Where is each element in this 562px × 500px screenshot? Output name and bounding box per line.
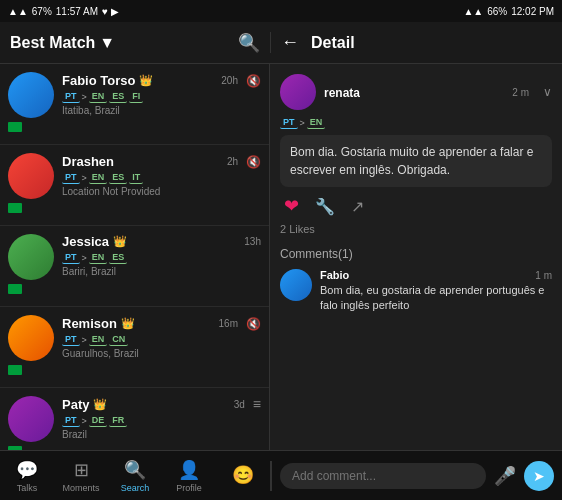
bottom-bar: 💬 Talks ⊞ Moments 🔍 Search 👤 Profile 😊 🎤… bbox=[0, 450, 562, 500]
item-time: 2h bbox=[227, 156, 238, 167]
message-block: renata 2 m ∨ PT > EN Bom dia. Gostaria m… bbox=[280, 74, 552, 235]
native-lang: PT bbox=[62, 90, 80, 103]
comment-time: 1 m bbox=[535, 270, 552, 281]
comment-input-area: 🎤 ➤ bbox=[271, 461, 562, 491]
list-item[interactable]: Fabio Torso 👑 20h 🔇 PT > ENESFI Itatiba,… bbox=[0, 64, 269, 145]
comment-item: Fabio 1 m Bom dia, eu gostaria de aprend… bbox=[280, 269, 552, 314]
search-icon[interactable]: 🔍 bbox=[238, 32, 260, 54]
back-button[interactable]: ← bbox=[281, 32, 299, 53]
sender-native-lang: PT bbox=[280, 116, 298, 129]
comments-section: Comments(1) Fabio 1 m Bom dia, eu gostar… bbox=[280, 247, 552, 314]
learn-lang: IT bbox=[129, 171, 143, 184]
msg-sender: renata bbox=[324, 83, 360, 101]
native-lang: PT bbox=[62, 414, 80, 427]
list-item[interactable]: Jessica 👑 13h PT > ENES Bariri, Brazil bbox=[0, 226, 269, 307]
menu-icon: ≡ bbox=[253, 396, 261, 412]
crown-icon: 👑 bbox=[139, 74, 153, 87]
lang-row: PT > ENES bbox=[62, 251, 261, 264]
comment-text: Bom dia, eu gostaria de aprender portugu… bbox=[320, 283, 552, 314]
tab-search[interactable]: 🔍 Search bbox=[108, 451, 162, 501]
lang-arrow-icon: > bbox=[300, 118, 305, 128]
dropdown-arrow-icon: ▼ bbox=[99, 34, 115, 52]
mute-icon: 🔇 bbox=[246, 155, 261, 169]
learn-lang: FI bbox=[129, 90, 143, 103]
tab-search-label: Search bbox=[121, 483, 150, 493]
tool-button[interactable]: 🔧 bbox=[315, 197, 335, 216]
item-name: Drashen bbox=[62, 154, 114, 169]
learn-lang: FR bbox=[109, 414, 127, 427]
lang-row: PT > ENESFI bbox=[62, 90, 261, 103]
right-panel: renata 2 m ∨ PT > EN Bom dia. Gostaria m… bbox=[270, 64, 562, 450]
percent-right: 66% bbox=[487, 6, 507, 17]
avatar-wrap bbox=[8, 315, 54, 379]
nav-title[interactable]: Best Match ▼ bbox=[10, 34, 115, 52]
tab-moments[interactable]: ⊞ Moments bbox=[54, 451, 108, 501]
learn-lang: EN bbox=[89, 171, 108, 184]
search-tab-icon: 🔍 bbox=[124, 459, 146, 481]
item-name-row: Fabio Torso 👑 20h 🔇 bbox=[62, 72, 261, 88]
comment-input[interactable] bbox=[280, 463, 486, 489]
flag-badge bbox=[8, 365, 22, 375]
native-lang: PT bbox=[62, 171, 80, 184]
tab-emoji[interactable]: 😊 bbox=[216, 451, 270, 501]
list-item[interactable]: Drashen 2h 🔇 PT > ENESIT Location Not Pr… bbox=[0, 145, 269, 226]
share-button[interactable]: ↗ bbox=[351, 197, 364, 216]
item-info: Fabio Torso 👑 20h 🔇 PT > ENESFI Itatiba,… bbox=[62, 72, 261, 116]
likes-count: 2 Likes bbox=[280, 223, 552, 235]
item-info: Paty 👑 3d ≡ PT > DEFR Brazil bbox=[62, 396, 261, 440]
avatar-wrap bbox=[8, 234, 54, 298]
tab-talks-label: Talks bbox=[17, 483, 38, 493]
sender-learn-lang: EN bbox=[307, 116, 326, 129]
crown-icon: 👑 bbox=[93, 398, 107, 411]
left-panel: Fabio Torso 👑 20h 🔇 PT > ENESFI Itatiba,… bbox=[0, 64, 270, 450]
lang-arrow: > bbox=[82, 416, 87, 426]
tab-profile[interactable]: 👤 Profile bbox=[162, 451, 216, 501]
learn-lang: ES bbox=[109, 171, 127, 184]
crown-icon: 👑 bbox=[113, 235, 127, 248]
tab-moments-label: Moments bbox=[62, 483, 99, 493]
native-lang: PT bbox=[62, 333, 80, 346]
percent-left: 67% bbox=[32, 6, 52, 17]
avatar-wrap bbox=[8, 396, 54, 450]
tab-talks[interactable]: 💬 Talks bbox=[0, 451, 54, 501]
nav-right: ← Detail bbox=[270, 32, 562, 53]
time-left: 11:57 AM bbox=[56, 6, 98, 17]
signal-right: ▲▲ bbox=[463, 6, 483, 17]
mic-button[interactable]: 🎤 bbox=[494, 465, 516, 487]
flag-badge bbox=[8, 203, 22, 213]
list-item[interactable]: Remison 👑 16m 🔇 PT > ENCN Guarulhos, Bra… bbox=[0, 307, 269, 388]
mute-icon: 🔇 bbox=[246, 74, 261, 88]
lang-arrow: > bbox=[82, 173, 87, 183]
send-button[interactable]: ➤ bbox=[524, 461, 554, 491]
msg-time: 2 m bbox=[512, 87, 529, 98]
item-name-row: Paty 👑 3d ≡ bbox=[62, 396, 261, 412]
item-time: 16m bbox=[219, 318, 238, 329]
top-nav: Best Match ▼ 🔍 ← Detail bbox=[0, 22, 562, 64]
comment-body: Fabio 1 m Bom dia, eu gostaria de aprend… bbox=[320, 269, 552, 314]
native-lang: PT bbox=[62, 251, 80, 264]
nav-left: Best Match ▼ 🔍 bbox=[0, 32, 270, 54]
best-match-label: Best Match bbox=[10, 34, 95, 52]
learn-lang: EN bbox=[89, 251, 108, 264]
item-location: Itatiba, Brazil bbox=[62, 105, 261, 116]
avatar bbox=[8, 153, 54, 199]
lang-arrow: > bbox=[82, 92, 87, 102]
icons-left: ♥ ▶ bbox=[102, 6, 119, 17]
msg-lang-row: PT > EN bbox=[280, 116, 552, 129]
detail-content: renata 2 m ∨ PT > EN Bom dia. Gostaria m… bbox=[270, 64, 562, 450]
lang-arrow: > bbox=[82, 253, 87, 263]
status-bar: ▲▲ 67% 11:57 AM ♥ ▶ ▲▲ 66% 12:02 PM bbox=[0, 0, 562, 22]
tab-profile-label: Profile bbox=[176, 483, 202, 493]
emoji-icon: 😊 bbox=[232, 464, 254, 486]
list-item[interactable]: Paty 👑 3d ≡ PT > DEFR Brazil bbox=[0, 388, 269, 450]
like-button[interactable]: ❤ bbox=[284, 195, 299, 217]
item-info: Remison 👑 16m 🔇 PT > ENCN Guarulhos, Bra… bbox=[62, 315, 261, 359]
item-name: Remison bbox=[62, 316, 117, 331]
learn-lang: EN bbox=[89, 333, 108, 346]
item-time: 13h bbox=[244, 236, 261, 247]
flag-badge bbox=[8, 122, 22, 132]
main-content: Fabio Torso 👑 20h 🔇 PT > ENESFI Itatiba,… bbox=[0, 64, 562, 450]
lang-row: PT > ENCN bbox=[62, 333, 261, 346]
item-name: Fabio Torso bbox=[62, 73, 135, 88]
expand-icon[interactable]: ∨ bbox=[543, 85, 552, 99]
